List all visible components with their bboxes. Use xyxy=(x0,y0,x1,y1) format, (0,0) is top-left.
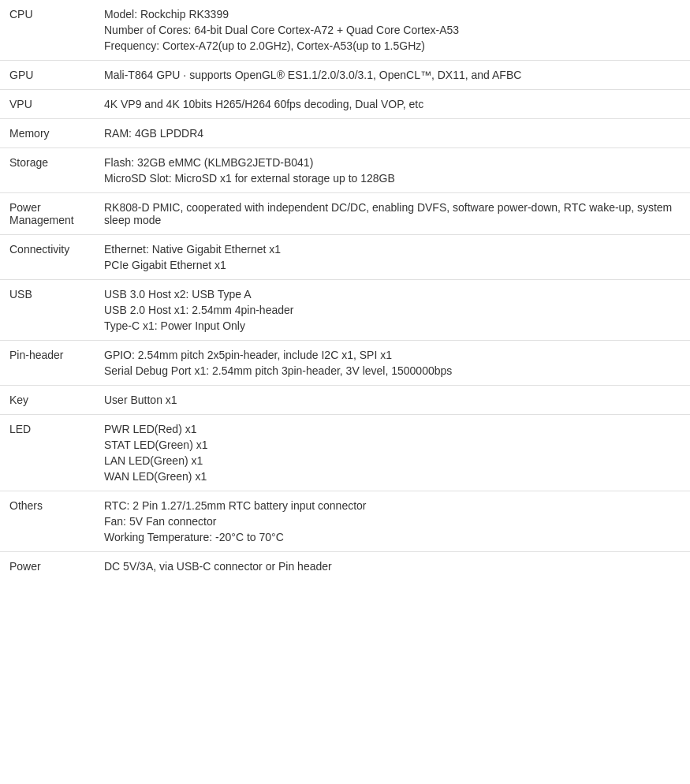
table-row: OthersRTC: 2 Pin 1.27/1.25mm RTC battery… xyxy=(0,491,690,552)
row-label: Power Management xyxy=(0,193,95,235)
row-label: Connectivity xyxy=(0,235,95,280)
row-label: CPU xyxy=(0,0,95,61)
value-line: USB 2.0 Host x1: 2.54mm 4pin-header xyxy=(104,304,681,316)
row-value: USB 3.0 Host x2: USB Type AUSB 2.0 Host … xyxy=(95,280,690,341)
value-line: MicroSD Slot: MicroSD x1 for external st… xyxy=(104,172,681,185)
row-label: VPU xyxy=(0,90,95,119)
value-line: Ethernet: Native Gigabit Ethernet x1 xyxy=(104,243,681,256)
table-row: LEDPWR LED(Red) x1STAT LED(Green) x1LAN … xyxy=(0,415,690,491)
value-line: Number of Cores: 64-bit Dual Core Cortex… xyxy=(104,24,681,36)
value-line: GPIO: 2.54mm pitch 2x5pin-header, includ… xyxy=(104,349,681,361)
value-line: WAN LED(Green) x1 xyxy=(104,470,681,483)
value-line: RTC: 2 Pin 1.27/1.25mm RTC battery input… xyxy=(104,499,681,512)
row-value: Mali-T864 GPU · supports OpenGL® ES1.1/2… xyxy=(95,61,690,90)
row-value: 4K VP9 and 4K 10bits H265/H264 60fps dec… xyxy=(95,90,690,119)
value-line: Model: Rockchip RK3399 xyxy=(104,8,681,21)
row-value: GPIO: 2.54mm pitch 2x5pin-header, includ… xyxy=(95,341,690,386)
row-label: Pin-header xyxy=(0,341,95,386)
value-line: 4K VP9 and 4K 10bits H265/H264 60fps dec… xyxy=(104,98,681,110)
value-line: PCIe Gigabit Ethernet x1 xyxy=(104,259,681,271)
table-row: MemoryRAM: 4GB LPDDR4 xyxy=(0,119,690,148)
table-row: KeyUser Button x1 xyxy=(0,386,690,415)
value-line: Mali-T864 GPU · supports OpenGL® ES1.1/2… xyxy=(104,69,681,81)
row-value: PWR LED(Red) x1STAT LED(Green) x1LAN LED… xyxy=(95,415,690,491)
value-line: RAM: 4GB LPDDR4 xyxy=(104,127,681,140)
row-value: DC 5V/3A, via USB-C connector or Pin hea… xyxy=(95,552,690,581)
row-label: Power xyxy=(0,552,95,581)
value-line: User Button x1 xyxy=(104,394,681,406)
table-row: StorageFlash: 32GB eMMC (KLMBG2JETD-B041… xyxy=(0,148,690,193)
row-value: Model: Rockchip RK3399Number of Cores: 6… xyxy=(95,0,690,61)
row-value: RAM: 4GB LPDDR4 xyxy=(95,119,690,148)
value-line: PWR LED(Red) x1 xyxy=(104,423,681,435)
value-line: Frequency: Cortex-A72(up to 2.0GHz), Cor… xyxy=(104,39,681,52)
row-value: Ethernet: Native Gigabit Ethernet x1 PCI… xyxy=(95,235,690,280)
value-line: RK808-D PMIC, cooperated with independen… xyxy=(104,201,681,226)
value-line: Flash: 32GB eMMC (KLMBG2JETD-B041) xyxy=(104,156,681,169)
value-line: LAN LED(Green) x1 xyxy=(104,454,681,467)
row-value: User Button x1 xyxy=(95,386,690,415)
table-row: Power ManagementRK808-D PMIC, cooperated… xyxy=(0,193,690,235)
specs-table: CPUModel: Rockchip RK3399Number of Cores… xyxy=(0,0,690,581)
table-row: GPUMali-T864 GPU · supports OpenGL® ES1.… xyxy=(0,61,690,90)
row-value: Flash: 32GB eMMC (KLMBG2JETD-B041)MicroS… xyxy=(95,148,690,193)
value-line: DC 5V/3A, via USB-C connector or Pin hea… xyxy=(104,560,681,573)
value-line: USB 3.0 Host x2: USB Type A xyxy=(104,288,681,301)
value-line: Working Temperature: -20°C to 70°C xyxy=(104,531,681,543)
row-label: USB xyxy=(0,280,95,341)
row-label: Storage xyxy=(0,148,95,193)
row-label: GPU xyxy=(0,61,95,90)
table-row: VPU4K VP9 and 4K 10bits H265/H264 60fps … xyxy=(0,90,690,119)
row-label: Memory xyxy=(0,119,95,148)
value-line: Fan: 5V Fan connector xyxy=(104,515,681,528)
row-value: RTC: 2 Pin 1.27/1.25mm RTC battery input… xyxy=(95,491,690,552)
value-line: Type-C x1: Power Input Only xyxy=(104,319,681,332)
table-row: Pin-headerGPIO: 2.54mm pitch 2x5pin-head… xyxy=(0,341,690,386)
table-row: USBUSB 3.0 Host x2: USB Type AUSB 2.0 Ho… xyxy=(0,280,690,341)
row-label: Others xyxy=(0,491,95,552)
table-row: PowerDC 5V/3A, via USB-C connector or Pi… xyxy=(0,552,690,581)
row-label: LED xyxy=(0,415,95,491)
table-row: CPUModel: Rockchip RK3399Number of Cores… xyxy=(0,0,690,61)
row-value: RK808-D PMIC, cooperated with independen… xyxy=(95,193,690,235)
value-line: Serial Debug Port x1: 2.54mm pitch 3pin-… xyxy=(104,364,681,377)
value-line: STAT LED(Green) x1 xyxy=(104,439,681,451)
table-row: ConnectivityEthernet: Native Gigabit Eth… xyxy=(0,235,690,280)
row-label: Key xyxy=(0,386,95,415)
